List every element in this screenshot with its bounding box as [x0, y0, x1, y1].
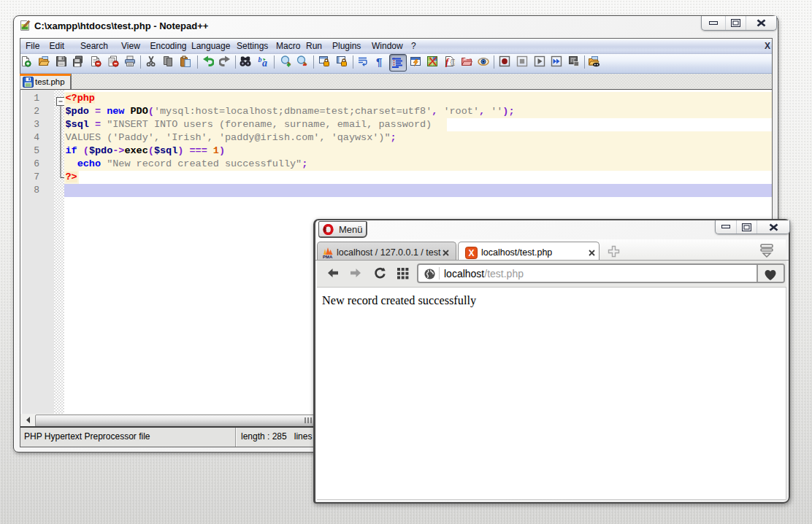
svg-text:{}: {} — [450, 59, 456, 66]
svg-text:¶: ¶ — [376, 55, 382, 67]
svg-text:a: a — [262, 58, 267, 67]
svg-text:PMA: PMA — [323, 255, 333, 259]
svg-text:b: b — [258, 55, 261, 63]
svg-text:X: X — [468, 248, 474, 258]
